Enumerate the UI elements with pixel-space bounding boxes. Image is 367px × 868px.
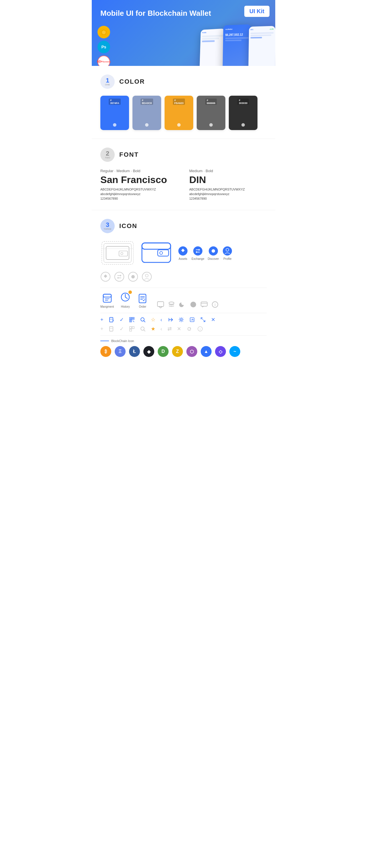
- order-label: Order: [139, 305, 146, 308]
- redo-icon-grey: [186, 326, 192, 332]
- history-badge: [129, 290, 132, 294]
- font-name: DIN: [189, 174, 266, 185]
- history-icon-item: History: [119, 291, 131, 308]
- star-icon[interactable]: ☆: [151, 316, 156, 323]
- svg-marker-20: [104, 274, 107, 278]
- upload-icon[interactable]: [189, 317, 195, 322]
- font-uppercase: ABCDEFGHIJKLMNOPQRSTUVWXYZ: [189, 188, 266, 191]
- color-dot: [145, 123, 148, 127]
- wallet-colored-container: [140, 240, 172, 266]
- wallet-wireframe-svg: [101, 240, 135, 266]
- tab-icon-profile: Profile: [222, 246, 232, 260]
- svg-point-24: [142, 272, 151, 281]
- screens-badge: 60+ Screens: [97, 56, 110, 66]
- svg-point-6: [121, 252, 123, 255]
- font-uppercase: ABCDEFGHIJKLMNOPQRSTUVWXYZ: [101, 188, 178, 191]
- search-icon[interactable]: [140, 317, 146, 322]
- tab-icons-colored: AssetsExchangeDiscoverProfile: [178, 246, 232, 260]
- ps-badge: Ps: [97, 41, 110, 53]
- plus-icon-grey: +: [101, 326, 104, 332]
- tab-icons-grey: [101, 272, 152, 282]
- svg-point-21: [115, 272, 124, 281]
- svg-rect-43: [110, 317, 113, 322]
- tab-icon-label: Assets: [179, 257, 187, 260]
- history-label: History: [121, 305, 130, 308]
- share-icon[interactable]: [167, 317, 173, 322]
- svg-rect-4: [106, 246, 129, 259]
- font-section: 2 TWO FONT Regular · Medium · Bold San F…: [92, 138, 275, 210]
- phone-3: BTC+1.2%: [248, 26, 275, 66]
- svg-rect-5: [119, 251, 128, 256]
- action-icons-row-1: + ✓ ☆ ‹ ✕: [101, 316, 266, 323]
- font-col-0: Regular · Medium · Bold San Francisco AB…: [101, 169, 178, 202]
- section-num-1: 1 ONE: [101, 74, 115, 89]
- crypto-icon-4: D: [158, 346, 169, 357]
- phone-mockups: Profile myWallet $6,297,502.12 BTC+1.2%: [199, 24, 275, 66]
- svg-line-64: [144, 330, 145, 331]
- exchange-icon-grey: [114, 272, 124, 282]
- section-header-color: 1 ONE COLOR: [101, 74, 266, 89]
- svg-rect-27: [103, 294, 111, 297]
- color-hex-label: # 666666: [205, 98, 217, 105]
- color-dot: [242, 123, 245, 127]
- color-swatch-666666: # 666666: [197, 96, 225, 130]
- font-style-label: Medium · Bold: [189, 169, 266, 173]
- layers-icon: [168, 301, 175, 308]
- svg-point-25: [145, 274, 148, 277]
- color-dot: [177, 123, 181, 127]
- svg-rect-55: [190, 318, 194, 322]
- color-title: COLOR: [119, 78, 145, 85]
- blockchain-label: BlockChain Icon: [111, 339, 134, 343]
- sketch-badge: [97, 26, 110, 38]
- check-icon-grey: ✓: [119, 326, 124, 332]
- hero-section: Mobile UI for Blockchain Wallet UI Kit P…: [92, 0, 275, 66]
- tab-icon-exchange: Exchange: [192, 246, 204, 260]
- message-icon: [200, 301, 208, 308]
- svg-rect-8: [142, 243, 171, 262]
- tab-icon-label: Exchange: [192, 257, 204, 260]
- blockchain-line: [101, 341, 109, 341]
- color-swatch-F5A623: # F5A623: [165, 96, 193, 130]
- svg-rect-61: [132, 327, 134, 329]
- star-icon-gold[interactable]: ★: [151, 326, 156, 332]
- wallet-wireframe-container: [101, 240, 135, 266]
- section-header-icon: 3 THREE ICON: [101, 219, 266, 233]
- badge-row: Ps 60+ Screens: [97, 26, 110, 66]
- svg-rect-60: [130, 327, 132, 329]
- phone-1: Profile: [199, 28, 225, 66]
- nav-icon-row: Mangment History Order: [101, 291, 266, 308]
- management-icon-item: Mangment: [101, 292, 114, 308]
- wallet-icon-row: AssetsExchangeDiscoverProfile: [101, 240, 266, 282]
- arrows-icon-grey: ⇄: [167, 326, 172, 332]
- resize-icon[interactable]: [200, 317, 206, 322]
- tab-icon-label: Discover: [207, 257, 219, 260]
- management-label: Mangment: [101, 305, 114, 308]
- document-edit-icon[interactable]: [109, 317, 114, 322]
- hero-title: Mobile UI for Blockchain Wallet: [101, 9, 266, 18]
- crypto-icon-9: ~: [229, 346, 240, 357]
- crypto-icon-1: Ξ: [115, 346, 125, 357]
- info-icon: i: [211, 301, 219, 308]
- check-icon[interactable]: ✓: [119, 316, 124, 323]
- crypto-icon-2: Ł: [129, 346, 140, 357]
- plus-icon[interactable]: +: [101, 317, 104, 323]
- svg-point-14: [193, 246, 202, 255]
- settings-icon[interactable]: [178, 317, 184, 322]
- svg-text:i: i: [200, 328, 200, 331]
- wallet-colored-svg: [140, 240, 172, 266]
- svg-line-57: [203, 320, 205, 322]
- discover-icon-grey: [128, 272, 138, 282]
- chevron-left-icon[interactable]: ‹: [161, 317, 162, 323]
- color-hex-label: # 8DA0C8: [140, 98, 153, 105]
- svg-point-54: [180, 319, 182, 320]
- section-num-3: 3 THREE: [101, 219, 115, 233]
- svg-rect-2: [102, 242, 133, 265]
- close-icon[interactable]: ✕: [211, 316, 215, 323]
- order-icon-item: Order: [137, 292, 148, 308]
- qr-icon[interactable]: [129, 317, 135, 322]
- moon-icon: [179, 301, 186, 308]
- phone-2: myWallet $6,297,502.12: [223, 24, 251, 66]
- svg-point-11: [160, 251, 163, 254]
- svg-rect-49: [133, 318, 134, 319]
- blockchain-label-row: BlockChain Icon: [101, 339, 266, 343]
